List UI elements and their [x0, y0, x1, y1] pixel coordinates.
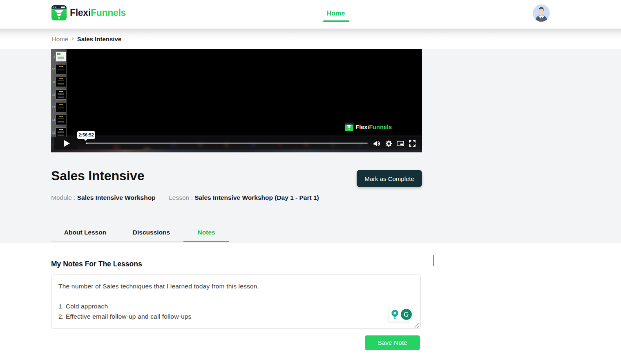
filmstrip-slide-11[interactable]: 11: [51, 77, 67, 87]
tab-notes[interactable]: Notes: [183, 226, 229, 242]
filmstrip-slide-thumbnail[interactable]: [56, 77, 66, 87]
settings-gear-icon: [385, 140, 393, 147]
save-note-button[interactable]: Save Note: [365, 335, 420, 350]
filmstrip-slide-thumbnail[interactable]: [56, 115, 66, 125]
filmstrip-slide-number: 14: [51, 118, 55, 121]
breadcrumb-current: Sales Intensive: [77, 36, 121, 42]
filmstrip-slide-number: 12: [51, 93, 55, 96]
video-watermark: FlexiFunnels: [345, 123, 392, 131]
nav-home-link[interactable]: Home: [319, 0, 353, 29]
breadcrumb-home[interactable]: Home: [52, 36, 68, 42]
filmstrip-slide-number: 10: [51, 68, 55, 71]
grammarly-g-icon[interactable]: G: [401, 309, 412, 320]
video-controls: 2:56:52: [51, 137, 422, 150]
volume-button[interactable]: [373, 139, 381, 147]
nav-home-label: Home: [327, 10, 345, 17]
watermark-funnels: Funnels: [369, 124, 392, 130]
seek-time-tooltip: 2:56:52: [77, 131, 95, 139]
tab-label: Notes: [197, 229, 215, 236]
brand-logo-icon: [51, 5, 67, 20]
grammarly-suggestion-icon[interactable]: [390, 309, 400, 320]
filmstrip-slide-number: 11: [51, 80, 55, 83]
notes-section: My Notes For The Lessons The number of S…: [0, 243, 621, 364]
filmstrip-slide-thumbnail[interactable]: [56, 52, 66, 61]
fullscreen-icon: [408, 139, 416, 147]
breadcrumb-separator-icon: ›: [71, 34, 74, 42]
filmstrip-slide-10[interactable]: 10: [51, 65, 67, 74]
page: FlexiFunnels Home Home › Sales Intensive: [0, 0, 621, 364]
grammarly-widget[interactable]: G: [389, 307, 413, 322]
pip-button[interactable]: [396, 139, 404, 147]
user-avatar[interactable]: [533, 4, 550, 22]
tab-discussions[interactable]: Discussions: [119, 226, 183, 241]
playhead[interactable]: [86, 143, 87, 144]
volume-icon: [373, 139, 381, 148]
filmstrip-slide-thumbnail[interactable]: [56, 90, 66, 99]
breadcrumb-bar: Home › Sales Intensive: [0, 29, 621, 49]
tab-label: About Lesson: [64, 229, 106, 236]
header: FlexiFunnels Home: [0, 0, 621, 29]
pip-icon: [396, 139, 404, 148]
notes-heading: My Notes For The Lessons: [51, 260, 142, 268]
funnel-icon: [54, 9, 65, 20]
tab-label: Discussions: [133, 229, 170, 236]
watermark-flexi: Flexi: [355, 124, 369, 130]
brand-name-flexi: Flexi: [70, 7, 91, 18]
textarea-resize-handle[interactable]: [414, 323, 420, 328]
lesson-label: Lesson :: [169, 194, 193, 201]
lesson-value: Sales Intensive Workshop (Day 1 - Part 1…: [194, 194, 319, 201]
video-bottom-edge: [51, 150, 422, 152]
text-cursor-artifact: [433, 255, 434, 266]
module-value: Sales Intensive Workshop: [77, 194, 156, 201]
breadcrumb: Home › Sales Intensive: [52, 29, 121, 49]
fullscreen-button[interactable]: [408, 139, 416, 147]
filmstrip-slide-9[interactable]: 9: [51, 52, 67, 61]
tab-about-lesson[interactable]: About Lesson: [51, 226, 119, 241]
brand-name-funnels: Funnels: [91, 7, 126, 18]
filmstrip-slide-12[interactable]: 12: [51, 90, 67, 99]
lesson-title: Sales Intensive: [51, 168, 144, 183]
content-band: 910111213141516 FlexiFunnels 2:56:52: [0, 49, 621, 243]
filmstrip-slide-13[interactable]: 13: [51, 103, 67, 112]
video-player[interactable]: 910111213141516 FlexiFunnels 2:56:52: [51, 49, 422, 152]
play-icon: [64, 140, 70, 147]
watermark-funnel-icon: [346, 125, 352, 130]
filmstrip-slide-14[interactable]: 14: [51, 115, 67, 125]
watermark-text: FlexiFunnels: [355, 124, 392, 130]
play-button[interactable]: [54, 137, 78, 150]
brand-logo[interactable]: FlexiFunnels: [51, 5, 126, 20]
filmstrip-slide-number: 13: [51, 106, 55, 109]
watermark-logo-icon: [345, 123, 353, 131]
progress-bar[interactable]: [86, 143, 368, 144]
filmstrip-slide-thumbnail[interactable]: [56, 65, 66, 74]
avatar-icon: [533, 4, 550, 22]
lesson-meta: Module : Sales Intensive Workshop Lesson…: [51, 194, 319, 201]
mark-as-complete-button[interactable]: Mark as Complete: [357, 170, 422, 187]
nav-home-underline: [323, 20, 349, 22]
filmstrip-slide-thumbnail[interactable]: [56, 103, 66, 112]
brand-name: FlexiFunnels: [70, 7, 126, 18]
module-label: Module :: [51, 194, 75, 201]
filmstrip-slide-number: 9: [51, 55, 55, 58]
filmstrip-slide-number: 15: [51, 131, 55, 134]
settings-button[interactable]: [384, 139, 393, 147]
note-textarea[interactable]: The number of Sales techniques that I le…: [51, 275, 421, 329]
tabs: About LessonDiscussionsNotes: [51, 226, 229, 242]
